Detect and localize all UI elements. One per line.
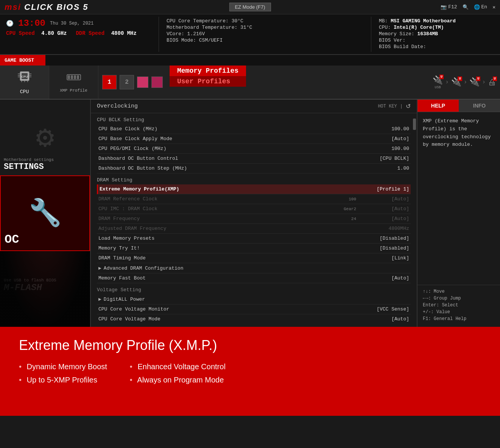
hotkey-area: HOT KEY | ↺ <box>378 103 411 110</box>
keybind-value: +/-: Value <box>423 309 495 315</box>
bottom-features: • Dynamic Memory Boost • Up to 5-XMP Pro… <box>19 362 481 384</box>
row-dashboard-oc-step[interactable]: Dashboard OC Button Step (MHz) 1.00 <box>97 164 411 173</box>
tab-cpu-label: CPU <box>20 89 29 95</box>
row-cpu-imc-dram[interactable]: CPU IMC : DRAM Clock Gear2 [Auto] <box>97 204 411 214</box>
memory-profiles-button[interactable]: Memory Profiles <box>170 66 246 76</box>
sidebar-settings-section[interactable]: ⚙ Motherboard settings SETTINGS <box>0 100 90 175</box>
cpu-speed: CPU Speed 4.80 GHz <box>6 30 67 37</box>
cpu-tab-icon: CPU <box>17 70 32 87</box>
keybind-move: ↑↓: Move <box>423 289 495 294</box>
row-xmp[interactable]: Extreme Memory Profile(XMP) [Profile 1] <box>97 184 411 194</box>
bullet-2: • <box>19 376 22 384</box>
oc-reset-button[interactable]: ↺ <box>406 103 411 110</box>
lang-icon[interactable]: 🌐 En <box>474 4 488 10</box>
usb-icon-1[interactable]: U 🔌 USB <box>433 75 443 89</box>
keybind-help: F1: General Help <box>423 316 495 322</box>
scrollbar-thumb[interactable] <box>413 119 416 130</box>
row-cpu-peg-dmi[interactable]: CPU PEG/DMI Clock (MHz) 100.00 <box>97 144 411 154</box>
settings-sub-label: Motherboard settings <box>4 158 54 162</box>
feature-item-4: • Always on Program Mode <box>130 376 226 384</box>
camera-sym: 📷 <box>441 4 447 10</box>
ez-mode-button[interactable]: EZ Mode (F7) <box>229 3 271 11</box>
row-cpu-core-voltage-mode[interactable]: CPU Core Voltage Mode [Auto] <box>97 314 411 322</box>
bullet-1: • <box>19 362 22 371</box>
xmp-tab-icon <box>66 72 81 86</box>
settings-scrollbar[interactable] <box>412 115 417 327</box>
feature-text-2: Up to 5-XMP Profiles <box>27 376 97 384</box>
vcore: VCore: 1.216V <box>167 31 363 37</box>
search-icon[interactable]: 🔍 <box>463 4 469 10</box>
row-digitall-power[interactable]: ▶ DigitALL Power <box>97 294 411 304</box>
cpu-speed-val: 4.80 GHz <box>41 30 67 36</box>
feature-text-4: Always on Program Mode <box>137 376 224 384</box>
feature-item-2: • Up to 5-XMP Profiles <box>19 376 107 384</box>
tab-help[interactable]: HELP <box>417 100 459 112</box>
usb-icon-2[interactable]: U 🔌 <box>451 77 461 87</box>
bullet-3: • <box>130 362 132 371</box>
mb-label: MB: <box>379 18 388 24</box>
xmp-btn-4[interactable] <box>151 76 163 88</box>
usb-icon-4[interactable]: U 🖨 <box>488 77 496 87</box>
tab-info[interactable]: INFO <box>459 100 500 112</box>
info-mid: CPU Core Temperature: 30°C Motherboard T… <box>159 17 371 52</box>
help-keybinds: ↑↓: Move ←→: Group Jump Enter: Select +/… <box>417 285 500 327</box>
row-cpu-base-clock[interactable]: CPU Base Clock (MHz) 100.00 <box>97 124 411 134</box>
row-memory-fast-boot[interactable]: Memory Fast Boot [Auto] <box>97 273 411 283</box>
row-memory-try-it[interactable]: Memory Try It! [Disabled] <box>97 244 411 253</box>
settings-wrench-icon: ⚙ <box>36 119 54 156</box>
svg-rect-14 <box>71 75 73 79</box>
main-content: ⚙ Motherboard settings SETTINGS 🔧 OC Use… <box>0 100 500 327</box>
digitall-arrow-icon: ▶ <box>98 296 101 302</box>
usb-label-1: USB <box>435 86 441 89</box>
help-info-tabs: HELP INFO <box>417 100 500 112</box>
bios-build: BIOS Build Date: <box>379 44 492 50</box>
nav-tabs-row: CPU CPU XMP Profile 1 2 Memory Profiles … <box>0 66 500 100</box>
ddr-speed-val: 4800 MHz <box>111 30 137 36</box>
mflash-main-label: M-FLASH <box>4 283 86 293</box>
row-dram-ref-clock[interactable]: DRAM Reference Clock 100 [Auto] <box>97 194 411 204</box>
oc-header: Overclocking HOT KEY | ↺ <box>91 100 417 113</box>
row-load-memory-presets[interactable]: Load Memory Presets [Disabled] <box>97 234 411 244</box>
usb-arrow-3: › <box>482 79 486 86</box>
sidebar-oc-section[interactable]: 🔧 OC <box>0 175 90 251</box>
row-cpu-base-clock-apply[interactable]: CPU Base Clock Apply Mode [Auto] <box>97 134 411 144</box>
usb-icon-3[interactable]: U 🔌 <box>469 77 480 87</box>
section-dram: DRAM Setting <box>97 173 411 184</box>
close-icon[interactable]: ✕ <box>492 4 495 10</box>
usb-icons-area: U 🔌 USB › U 🔌 › U 🔌 › U 🖨 <box>429 66 500 99</box>
bios-build-label: BIOS Build Date: <box>379 44 426 50</box>
camera-icon[interactable]: 📷 F12 <box>441 4 457 10</box>
xmp-btn-1[interactable]: 1 <box>102 75 117 89</box>
ddr-speed-label: DDR Speed <box>76 30 104 36</box>
cpu-info-val: Intel(R) Core(TM) <box>394 25 444 30</box>
oc-wrench-icon: 🔧 <box>29 197 62 229</box>
row-cpu-core-voltage-monitor[interactable]: CPU Core Voltage Monitor [VCC Sense] <box>97 304 411 314</box>
bios-ver-label: BIOS Ver: <box>379 37 405 43</box>
hotkey-label: HOT KEY <box>378 104 397 109</box>
settings-main-label: SETTINGS <box>4 162 54 172</box>
usb-arrow-2: › <box>464 79 467 86</box>
center-panel: Overclocking HOT KEY | ↺ CPU BCLK Settin… <box>91 100 417 327</box>
mem-size-val: 16384MB <box>417 31 438 37</box>
user-profiles-button[interactable]: User Profiles <box>170 76 246 87</box>
xmp-btn-3[interactable] <box>137 76 148 88</box>
feature-text-3: Enhanced Voltage Control <box>137 362 225 371</box>
row-dram-frequency[interactable]: DRAM Frequency 24 [Auto] <box>97 214 411 224</box>
xmp-btn-2[interactable]: 2 <box>120 75 134 89</box>
tab-cpu[interactable]: CPU CPU <box>0 66 49 99</box>
game-boost-button[interactable]: GAME BOOST <box>0 55 45 66</box>
usb-badge-1: U <box>439 75 444 79</box>
row-advanced-dram[interactable]: ▶ Advanced DRAM Configuration <box>97 263 411 273</box>
usb-badge-3: U <box>476 76 480 81</box>
mem-size: Memory Size: 16384MB <box>379 31 492 37</box>
sidebar-mflash-section[interactable]: Use USB to flash BIOS M-FLASH <box>0 251 90 297</box>
row-dashboard-oc-control[interactable]: Dashboard OC Button Control [CPU BCLK] <box>97 154 411 164</box>
svg-text:CPU: CPU <box>21 75 28 78</box>
settings-table: CPU BCLK Setting CPU Base Clock (MHz) 10… <box>91 113 417 322</box>
feature-item-1: • Dynamic Memory Boost <box>19 362 107 371</box>
left-sidebar: ⚙ Motherboard settings SETTINGS 🔧 OC Use… <box>0 100 91 327</box>
tab-xmp[interactable]: XMP Profile <box>49 66 98 99</box>
keybind-group-jump: ←→: Group Jump <box>423 296 495 301</box>
section-voltage: Voltage Setting <box>97 283 411 294</box>
row-dram-timing-mode[interactable]: DRAM Timing Mode [Link] <box>97 253 411 263</box>
